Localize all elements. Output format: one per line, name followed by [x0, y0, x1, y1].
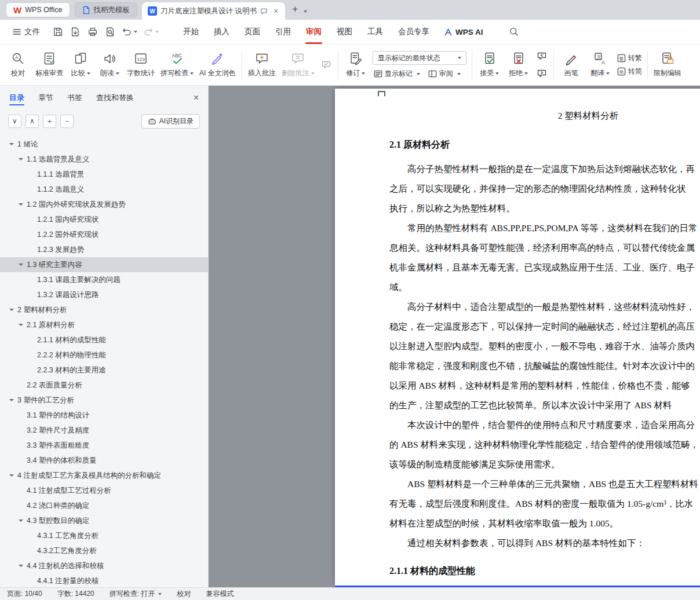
toc-item[interactable]: 1.2 国内外研究现状及发展趋势: [0, 197, 208, 212]
menu-tab-视图[interactable]: 视图: [329, 20, 360, 44]
review-pane-button[interactable]: 审阅: [428, 69, 461, 79]
menu-tab-工具[interactable]: 工具: [360, 20, 391, 44]
next-revision-button[interactable]: [534, 66, 549, 81]
spellcheck-indicator[interactable]: 拼写检查: 打开: [110, 589, 162, 599]
toc-expand-triangle-icon[interactable]: [19, 565, 23, 567]
toc-expand-triangle-icon[interactable]: [19, 519, 23, 522]
reject-revision-button[interactable]: 拒绝: [504, 47, 533, 83]
toc-expand-triangle-icon[interactable]: [19, 203, 23, 206]
expand-all-button[interactable]: ∧: [25, 115, 39, 128]
save-button[interactable]: [50, 24, 65, 39]
toc-item[interactable]: 2 塑料材料分析: [0, 302, 208, 317]
toc-item[interactable]: 1.2.1 国内研究现状: [0, 212, 208, 227]
toc-item[interactable]: 2.1.1 材料的成型性能: [0, 332, 208, 347]
toc-item[interactable]: 1.1 选题背景及意义: [0, 152, 208, 167]
ai-recognize-toc-button[interactable]: AI识别目录: [141, 114, 200, 129]
sidebar-tab-目录[interactable]: 目录: [9, 86, 24, 110]
toc-expand-triangle-icon[interactable]: [9, 309, 14, 311]
toc-item[interactable]: 3.3 塑件表面粗糙度: [0, 438, 208, 453]
wps-ai-button[interactable]: WPS AI: [437, 28, 490, 36]
print-preview-button[interactable]: [103, 24, 118, 39]
toc-item[interactable]: 2.2.3 材料的主要用途: [0, 363, 208, 378]
accept-revision-button[interactable]: 接受: [475, 47, 504, 83]
sidebar-tab-书签[interactable]: 书签: [67, 86, 82, 110]
search-icon[interactable]: [506, 24, 522, 39]
toc-expand-triangle-icon[interactable]: [19, 264, 23, 266]
undo-chevron-icon[interactable]: [134, 31, 137, 33]
toc-item[interactable]: 4 注射成型工艺方案及模具结构的分析和确定: [0, 468, 208, 483]
insert-comment-button[interactable]: 插入批注: [245, 47, 279, 83]
show-markup-button[interactable]: 显示标记: [374, 69, 420, 79]
toc-item[interactable]: 1.2.3 发展趋势: [0, 242, 208, 257]
toc-expand-triangle-icon[interactable]: [19, 324, 23, 326]
toc-item[interactable]: 3.1 塑件的结构设计: [0, 408, 208, 423]
close-pane-icon[interactable]: ×: [194, 86, 199, 110]
toc-item[interactable]: 1.3.2 课题设计思路: [0, 287, 208, 302]
toc-item[interactable]: 1.3 研究主要内容: [0, 257, 208, 272]
new-tab-button[interactable]: +: [292, 3, 298, 15]
undo-button[interactable]: [120, 24, 139, 39]
toc-expand-triangle-icon[interactable]: [19, 158, 23, 160]
toc-item[interactable]: 4.2 浇口种类的确定: [0, 498, 208, 513]
toc-item[interactable]: 4.1 注射成型工艺过程分析: [0, 483, 208, 498]
ai-polish-button[interactable]: AI 全文润色: [196, 47, 239, 83]
toc-item[interactable]: 4.4 注射机的选择和校核: [0, 558, 208, 573]
page-gap-marker-icon[interactable]: [378, 91, 385, 96]
menu-tab-页面[interactable]: 页面: [237, 20, 268, 44]
tab-current-document[interactable]: W 刀片底座注塑模具设计 说明书 ×: [142, 2, 285, 20]
zoom-in-button[interactable]: ＋: [43, 115, 56, 128]
markup-state-combobox[interactable]: 显示标记的最终状态: [373, 51, 466, 65]
menu-tab-审阅[interactable]: 审阅: [298, 20, 329, 44]
menu-tab-引用[interactable]: 引用: [268, 20, 298, 44]
proofread-status[interactable]: 校对: [177, 589, 191, 599]
file-menu-button[interactable]: 文件: [7, 23, 46, 41]
zoom-out-button[interactable]: －: [60, 115, 74, 128]
ink-pen-button[interactable]: 画笔: [557, 47, 586, 83]
toc-expand-triangle-icon[interactable]: [9, 143, 14, 145]
menu-tab-会员专享[interactable]: 会员专享: [391, 20, 437, 44]
toc-item[interactable]: 2.2 表面质量分析: [0, 378, 208, 393]
spell-check-button[interactable]: ABC 拼写检查: [158, 47, 196, 83]
export-pdf-button[interactable]: [68, 24, 83, 39]
menu-tab-插入[interactable]: 插入: [206, 20, 237, 44]
print-button[interactable]: [85, 24, 100, 39]
proofread-button[interactable]: A 校对: [3, 47, 32, 83]
toc-item[interactable]: 1 绪论: [0, 137, 208, 152]
word-count-indicator[interactable]: 字数: 14420: [57, 589, 94, 599]
compare-button[interactable]: 比较: [66, 47, 95, 83]
previous-revision-button[interactable]: [534, 49, 549, 64]
toc-expand-triangle-icon[interactable]: [9, 399, 14, 401]
restrict-editing-button[interactable]: 限制编辑: [651, 47, 684, 83]
tab-close-icon[interactable]: ×: [272, 6, 279, 16]
read-aloud-button[interactable]: 朗读: [95, 47, 124, 83]
toc-item[interactable]: 2.1 原材料分析: [0, 317, 208, 332]
toc-item[interactable]: 3.2 塑件尺寸及精度: [0, 423, 208, 438]
toc-expand-triangle-icon[interactable]: [9, 474, 14, 477]
toc-item[interactable]: 4.3.2工艺角度分析: [0, 543, 208, 558]
to-simplified-button[interactable]: 简 转简: [617, 67, 642, 76]
toc-item[interactable]: 1.2.2 国外研究现状: [0, 227, 208, 242]
delete-comment-button[interactable]: 删除批注: [279, 47, 318, 83]
page-indicator[interactable]: 页面: 10/40: [7, 589, 42, 599]
toc-item[interactable]: 1.1.2 选题意义: [0, 182, 208, 197]
toc-item[interactable]: 2.2.2 材料的物理性能: [0, 347, 208, 363]
toc-item[interactable]: 4.4.1 注射量的校核: [0, 573, 208, 587]
document-page[interactable]: 2 塑料材料分析2.1 原材料分析高分子热塑性材料一般指的是在一定温度下加热后达…: [335, 89, 700, 586]
menu-tab-开始[interactable]: 开始: [176, 20, 206, 44]
toc-item[interactable]: 3.4 塑件的体积和质量: [0, 453, 208, 468]
translate-button[interactable]: 文A 翻译: [586, 47, 615, 83]
track-changes-button[interactable]: 修订: [341, 47, 370, 83]
sidebar-tab-章节[interactable]: 章节: [38, 86, 53, 110]
document-view[interactable]: 2 塑料材料分析2.1 原材料分析高分子热塑性材料一般指的是在一定温度下加热后达…: [209, 86, 700, 587]
toc-item[interactable]: 1.3.1 课题主要解决的问题: [0, 272, 208, 287]
redo-chevron-icon[interactable]: [155, 31, 159, 33]
toc-item[interactable]: 3 塑件的工艺分析: [0, 393, 208, 408]
to-traditional-button[interactable]: 繁 转繁: [617, 53, 642, 63]
word-count-button[interactable]: 123 字数统计: [124, 47, 158, 83]
tab-list-chevron-icon[interactable]: [304, 10, 307, 13]
tab-template-store[interactable]: 找稻壳模板: [75, 2, 138, 17]
toc-item[interactable]: 4.3 型腔数目的确定: [0, 513, 208, 528]
standard-review-button[interactable]: 标准审查: [32, 47, 66, 83]
collapse-all-button[interactable]: ∨: [8, 115, 21, 128]
toc-item[interactable]: 1.1.1 选题背景: [0, 167, 208, 182]
